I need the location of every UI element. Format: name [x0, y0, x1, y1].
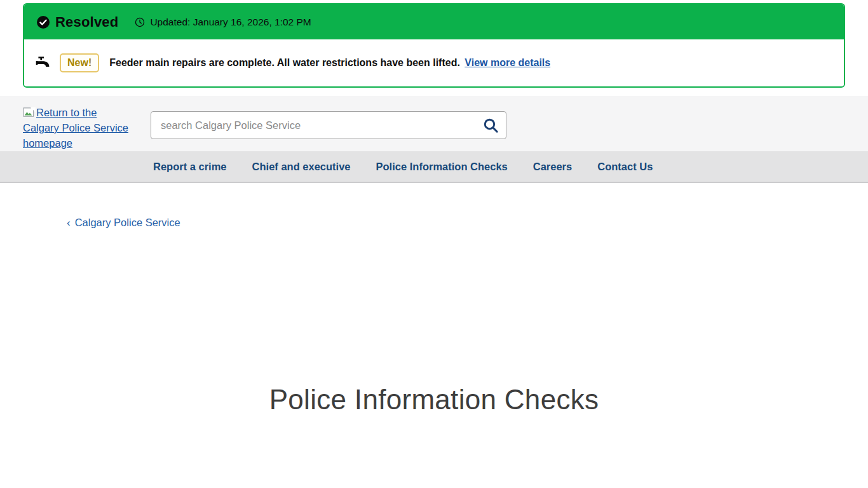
search-button[interactable]: [478, 114, 503, 137]
clock-icon: [135, 17, 145, 27]
broken-image-icon: [23, 107, 36, 118]
homepage-logo-link[interactable]: Return to the Calgary Police Service hom…: [23, 105, 130, 151]
new-badge: New!: [60, 53, 99, 72]
main-nav: Report a crime Chief and executive Polic…: [0, 151, 868, 183]
nav-item-police-information-checks[interactable]: Police Information Checks: [376, 161, 508, 173]
alert-updated-text: Updated: January 16, 2026, 1:02 PM: [150, 17, 311, 28]
search-icon: [482, 117, 499, 134]
alert-status-label: Resolved: [55, 14, 118, 30]
nav-item-contact-us[interactable]: Contact Us: [597, 161, 653, 173]
nav-item-chief-and-executive[interactable]: Chief and executive: [252, 161, 351, 173]
search-form: [151, 111, 506, 139]
alert-status-bar: Resolved Updated: January 16, 2026, 1:02…: [24, 4, 844, 39]
nav-item-report-a-crime[interactable]: Report a crime: [153, 161, 227, 173]
breadcrumb-label: Calgary Police Service: [75, 217, 180, 229]
alert-message-text: Feeder main repairs are complete. All wa…: [109, 57, 460, 68]
faucet-icon: [36, 55, 51, 71]
alert-message-row: New! Feeder main repairs are complete. A…: [24, 39, 844, 86]
chevron-left-icon: ‹: [67, 217, 71, 229]
breadcrumb-back-link[interactable]: ‹ Calgary Police Service: [67, 217, 180, 229]
service-alert-card: Resolved Updated: January 16, 2026, 1:02…: [23, 3, 845, 88]
page-title: Police Information Checks: [0, 384, 868, 416]
view-more-details-link[interactable]: View more details: [465, 57, 550, 68]
nav-item-careers[interactable]: Careers: [533, 161, 572, 173]
alert-message: Feeder main repairs are complete. All wa…: [109, 57, 550, 70]
page: Resolved Updated: January 16, 2026, 1:02…: [0, 0, 868, 488]
homepage-logo-alt-text: Return to the Calgary Police Service hom…: [23, 107, 128, 149]
check-circle-icon: [37, 16, 50, 29]
search-input[interactable]: [151, 111, 506, 139]
site-header: Return to the Calgary Police Service hom…: [0, 96, 868, 151]
